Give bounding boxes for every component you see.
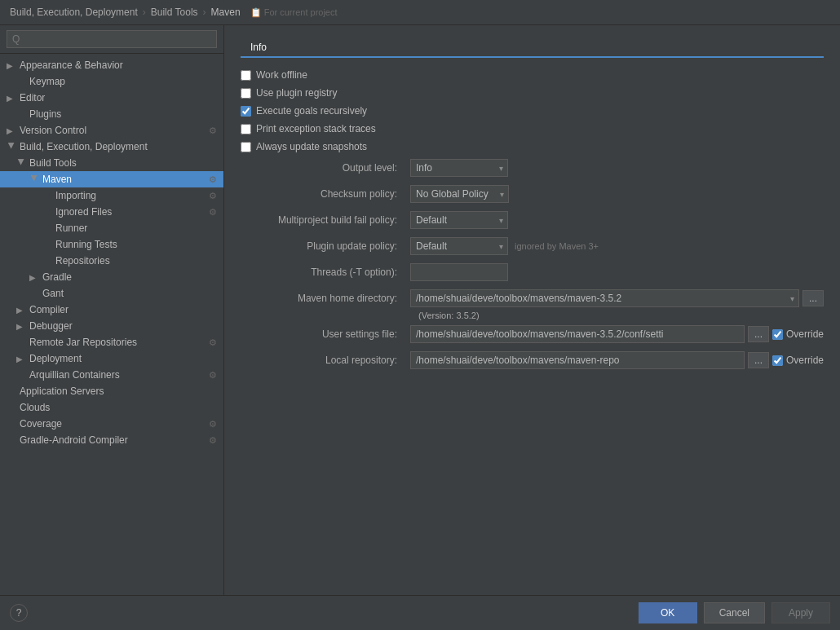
sidebar-item-gradle-android[interactable]: Gradle-Android Compiler ⚙ <box>0 432 223 448</box>
sidebar-item-label: Coverage <box>20 418 62 430</box>
settings-icon: ⚙ <box>209 174 217 185</box>
sidebar: ▶ Appearance & Behavior Keymap ▶ Editor … <box>0 25 224 595</box>
breadcrumb-item-2: Build Tools <box>151 7 198 18</box>
sidebar-item-importing[interactable]: Importing ⚙ <box>0 187 223 204</box>
print-exception-label[interactable]: Print exception stack traces <box>256 123 376 134</box>
sidebar-item-ignored-files[interactable]: Ignored Files ⚙ <box>0 204 223 220</box>
output-level-select[interactable]: Info Debug Quiet <box>410 159 508 177</box>
multiproject-select[interactable]: Default At End Never <box>410 211 508 229</box>
breadcrumb-note: 📋 For current project <box>250 7 338 18</box>
expand-arrow: ▶ <box>30 174 39 184</box>
sidebar-item-debugger[interactable]: ▶ Debugger <box>0 318 223 334</box>
sidebar-item-label: Application Servers <box>20 385 104 397</box>
settings-icon: ⚙ <box>209 126 217 136</box>
maven-home-control: /home/shuai/deve/toolbox/mavens/maven-3.… <box>410 289 824 307</box>
use-plugin-registry-row: Use plugin registry <box>241 87 824 99</box>
sidebar-item-gant[interactable]: Gant <box>0 285 223 302</box>
sidebar-item-arquillian[interactable]: Arquillian Containers ⚙ <box>0 367 223 383</box>
plugin-update-label: Plugin update policy: <box>241 240 404 252</box>
always-update-label[interactable]: Always update snapshots <box>256 141 367 152</box>
ok-button[interactable]: OK <box>639 602 697 623</box>
local-repo-override-checkbox[interactable] <box>772 355 783 366</box>
checksum-policy-control: No Global Policy Strict Lax <box>410 185 824 203</box>
sidebar-item-keymap[interactable]: Keymap <box>0 73 223 90</box>
local-repo-browse-button[interactable]: ... <box>748 352 769 368</box>
local-repo-input[interactable] <box>410 351 745 369</box>
work-offline-label[interactable]: Work offline <box>256 69 307 81</box>
maven-home-select[interactable]: /home/shuai/deve/toolbox/mavens/maven-3.… <box>410 289 799 307</box>
plugin-update-note: ignored by Maven 3+ <box>515 241 599 251</box>
sidebar-item-running-tests[interactable]: Running Tests <box>0 236 223 253</box>
help-button[interactable]: ? <box>10 604 28 622</box>
cancel-button[interactable]: Cancel <box>704 602 765 623</box>
work-offline-checkbox[interactable] <box>241 70 251 81</box>
sidebar-item-coverage[interactable]: Coverage ⚙ <box>0 416 223 432</box>
execute-goals-checkbox[interactable] <box>241 106 251 117</box>
local-repo-control: ... Override <box>410 351 824 369</box>
output-level-row: Output level: Info Debug Quiet <box>241 159 824 177</box>
always-update-checkbox[interactable] <box>241 142 251 152</box>
plugin-update-control: Default Force Update Do Not Update ignor… <box>410 237 824 255</box>
sidebar-item-remote-jar[interactable]: Remote Jar Repositories ⚙ <box>0 334 223 350</box>
sidebar-item-label: Running Tests <box>55 239 117 250</box>
sidebar-item-runner[interactable]: Runner <box>0 220 223 236</box>
settings-icon: ⚙ <box>209 435 217 446</box>
execute-goals-label[interactable]: Execute goals recursively <box>256 105 367 117</box>
sidebar-item-appearance[interactable]: ▶ Appearance & Behavior <box>0 57 223 73</box>
expand-arrow: ▶ <box>16 306 26 315</box>
expand-arrow: ▶ <box>7 126 16 135</box>
sidebar-item-build-exec[interactable]: ▶ Build, Execution, Deployment <box>0 139 223 155</box>
sidebar-item-label: Gant <box>42 288 64 299</box>
search-box[interactable] <box>0 25 223 54</box>
user-settings-input[interactable] <box>410 325 745 343</box>
sidebar-item-gradle[interactable]: ▶ Gradle <box>0 269 223 285</box>
sidebar-item-build-tools[interactable]: ▶ Build Tools <box>0 155 223 171</box>
maven-home-row: Maven home directory: /home/shuai/deve/t… <box>241 289 824 307</box>
sidebar-item-label: Appearance & Behavior <box>20 59 123 71</box>
maven-tabs: Info <box>241 38 824 58</box>
expand-arrow: ▶ <box>29 273 39 282</box>
expand-arrow: ▶ <box>17 158 26 168</box>
sidebar-item-label: Arquillian Containers <box>29 369 120 381</box>
sidebar-item-compiler[interactable]: ▶ Compiler <box>0 302 223 318</box>
use-plugin-registry-label[interactable]: Use plugin registry <box>256 87 337 99</box>
always-update-row: Always update snapshots <box>241 141 824 152</box>
output-level-select-wrapper: Info Debug Quiet <box>410 159 508 177</box>
apply-button[interactable]: Apply <box>771 602 830 623</box>
sidebar-item-label: Gradle <box>42 271 72 283</box>
settings-icon: ⚙ <box>209 191 217 201</box>
sidebar-item-label: Plugins <box>29 108 61 120</box>
sidebar-item-application-servers[interactable]: Application Servers <box>0 383 223 399</box>
user-settings-browse-button[interactable]: ... <box>748 326 769 342</box>
override-local-label[interactable]: Override <box>786 355 824 366</box>
sidebar-item-label: Compiler <box>29 304 69 315</box>
sidebar-item-clouds[interactable]: Clouds <box>0 399 223 416</box>
sidebar-item-label: Runner <box>55 222 87 234</box>
user-settings-override-checkbox[interactable] <box>772 329 783 340</box>
sidebar-item-repositories[interactable]: Repositories <box>0 253 223 269</box>
threads-row: Threads (-T option): <box>241 263 824 281</box>
sidebar-item-editor[interactable]: ▶ Editor <box>0 90 223 106</box>
local-repo-override: Override <box>772 355 824 366</box>
sidebar-item-version-control[interactable]: ▶ Version Control ⚙ <box>0 122 223 139</box>
override-user-label[interactable]: Override <box>786 328 824 340</box>
print-exception-checkbox[interactable] <box>241 124 251 134</box>
sidebar-item-plugins[interactable]: Plugins <box>0 106 223 122</box>
sidebar-item-label: Editor <box>20 92 45 104</box>
sidebar-item-label: Deployment <box>29 353 82 364</box>
search-input[interactable] <box>7 30 217 48</box>
expand-arrow: ▶ <box>7 61 16 70</box>
plugin-update-select[interactable]: Default Force Update Do Not Update <box>410 237 508 255</box>
maven-home-browse-button[interactable]: ... <box>802 290 824 306</box>
sidebar-item-label: Debugger <box>29 320 73 332</box>
use-plugin-registry-checkbox[interactable] <box>241 88 251 99</box>
sidebar-item-maven[interactable]: ▶ Maven ⚙ <box>0 171 223 187</box>
sidebar-item-deployment[interactable]: ▶ Deployment <box>0 350 223 367</box>
threads-input[interactable] <box>410 263 508 281</box>
expand-arrow: ▶ <box>7 94 16 103</box>
checksum-policy-select[interactable]: No Global Policy Strict Lax <box>410 185 509 203</box>
checksum-policy-select-wrapper: No Global Policy Strict Lax <box>410 185 509 203</box>
threads-label: Threads (-T option): <box>241 267 404 278</box>
tab-info[interactable]: Info <box>241 38 276 58</box>
multiproject-row: Multiproject build fail policy: Default … <box>241 211 824 229</box>
